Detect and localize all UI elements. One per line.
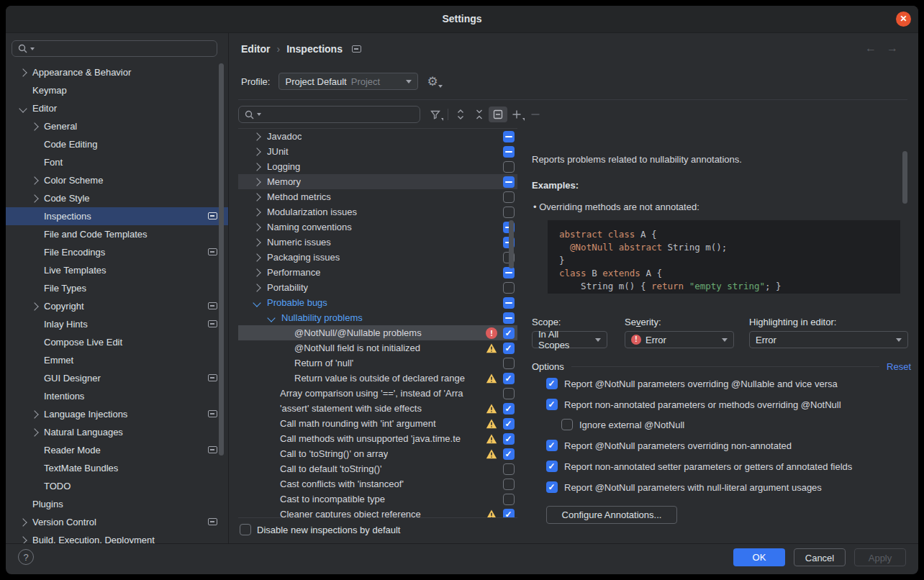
close-icon[interactable]: ✕	[896, 12, 911, 27]
inspection-row[interactable]: JUnit	[238, 144, 517, 159]
sidebar-item-editor[interactable]: Editor	[6, 99, 229, 117]
chevron-right-icon[interactable]	[253, 268, 261, 276]
breadcrumb-parent[interactable]: Editor	[241, 43, 270, 55]
description-scrollbar[interactable]	[902, 151, 907, 204]
reset-link[interactable]: Reset	[887, 361, 911, 372]
inspection-checkbox-on[interactable]	[503, 509, 515, 518]
chevron-down-icon[interactable]	[19, 104, 27, 112]
sidebar-item-code-style[interactable]: Code Style	[6, 189, 229, 207]
inspection-checkbox-on[interactable]	[503, 343, 515, 354]
chevron-right-icon[interactable]	[253, 193, 261, 201]
sidebar-item-natural-languages[interactable]: Natural Languages	[6, 423, 229, 441]
option-checkbox-row[interactable]: Report @NotNull parameters overriding no…	[546, 440, 792, 451]
inspection-row[interactable]: Return value is outside of declared rang…	[238, 371, 517, 386]
add-inspection-icon[interactable]	[507, 107, 526, 122]
checkbox-unchecked[interactable]	[240, 524, 251, 535]
sidebar-item-version-control[interactable]: Version Control	[6, 513, 229, 531]
sidebar-item-live-templates[interactable]: Live Templates	[6, 261, 229, 279]
inspection-checkbox-off[interactable]	[503, 494, 515, 505]
inspection-checkbox-mixed[interactable]	[503, 267, 515, 278]
inspection-row[interactable]: Cleaner captures object reference	[238, 507, 517, 517]
scope-dropdown[interactable]: In All Scopes	[532, 331, 607, 348]
checkbox-checked[interactable]	[546, 461, 558, 472]
sidebar-item-general[interactable]: General	[6, 117, 229, 135]
checkbox-checked[interactable]	[546, 440, 558, 451]
sidebar-item-todo[interactable]: TODO	[6, 477, 229, 495]
inspection-checkbox-off[interactable]	[503, 191, 515, 203]
help-icon[interactable]: ?	[18, 549, 34, 565]
collapse-all-icon[interactable]	[470, 107, 489, 122]
option-checkbox-row[interactable]: Report non-annotated parameters or metho…	[546, 399, 841, 410]
sidebar-item-file-and-code-templates[interactable]: File and Code Templates	[6, 225, 229, 243]
inspection-checkbox-off[interactable]	[503, 388, 515, 399]
inspection-row[interactable]: Memory	[238, 174, 517, 189]
option-checkbox-row[interactable]: Report @NotNull parameters overriding @N…	[546, 378, 838, 389]
sidebar-item-color-scheme[interactable]: Color Scheme	[6, 171, 229, 189]
inspection-row[interactable]: @NotNull field is not initialized	[238, 340, 517, 355]
chevron-right-icon[interactable]	[30, 428, 38, 436]
filter-icon[interactable]	[426, 107, 445, 122]
checkbox-unchecked[interactable]	[561, 419, 573, 430]
inspection-row[interactable]: 'assert' statement with side effects	[238, 401, 517, 416]
inspection-row[interactable]: Javadoc	[238, 129, 517, 144]
inspection-checkbox-mixed[interactable]	[503, 297, 515, 309]
inspection-checkbox-on[interactable]	[503, 403, 515, 414]
sidebar-item-file-encodings[interactable]: File Encodings	[6, 243, 229, 261]
sidebar-item-keymap[interactable]: Keymap	[6, 81, 229, 99]
chevron-right-icon[interactable]	[19, 518, 27, 526]
profile-dropdown[interactable]: Project Default Project	[278, 73, 418, 90]
expand-all-icon[interactable]	[451, 107, 470, 122]
disable-selected-icon[interactable]	[489, 107, 507, 122]
sidebar-item-plugins[interactable]: Plugins	[6, 495, 229, 513]
sidebar-search-input[interactable]	[12, 40, 217, 57]
chevron-right-icon[interactable]	[30, 302, 38, 310]
configure-annotations-button[interactable]: Configure Annotations...	[546, 506, 677, 524]
highlighting-dropdown[interactable]: Error	[749, 331, 908, 348]
inspections-search-input[interactable]	[238, 106, 420, 123]
sidebar-item-code-editing[interactable]: Code Editing	[6, 135, 229, 153]
inspection-row[interactable]: Probable bugs	[238, 295, 517, 310]
option-checkbox-row[interactable]: Report @NotNull parameters with null-lit…	[546, 481, 822, 493]
inspection-row[interactable]: Numeric issues	[238, 235, 517, 250]
chevron-right-icon[interactable]	[253, 163, 261, 171]
sidebar-item-font[interactable]: Font	[6, 153, 229, 171]
chevron-right-icon[interactable]	[253, 238, 261, 246]
inspection-row[interactable]: Portability	[238, 280, 517, 295]
inspection-checkbox-on[interactable]	[503, 433, 515, 445]
sidebar-item-copyright[interactable]: Copyright	[6, 297, 229, 315]
chevron-right-icon[interactable]	[253, 223, 261, 231]
chevron-right-icon[interactable]	[253, 208, 261, 216]
gear-icon[interactable]: ⚙	[427, 76, 438, 88]
checkbox-checked[interactable]	[546, 399, 558, 410]
inspection-row[interactable]: Call methods with unsupported 'java.time…	[238, 431, 517, 446]
chevron-right-icon[interactable]	[253, 284, 261, 291]
chevron-right-icon[interactable]	[253, 132, 261, 140]
inspection-row[interactable]: Naming conventions	[238, 219, 517, 235]
sidebar-item-emmet[interactable]: Emmet	[6, 351, 229, 369]
inspection-row[interactable]: Packaging issues	[238, 250, 517, 265]
chevron-right-icon[interactable]	[30, 410, 38, 418]
inspection-row[interactable]: Array comparison using '==', instead of …	[238, 386, 517, 401]
ok-button[interactable]: OK	[733, 548, 785, 566]
inspection-row[interactable]: Cast conflicts with 'instanceof'	[238, 476, 517, 491]
sidebar-item-textmate-bundles[interactable]: TextMate Bundles	[6, 459, 229, 477]
apply-button[interactable]: Apply	[854, 548, 906, 566]
inspection-checkbox-off[interactable]	[503, 207, 515, 218]
sidebar-item-inspections[interactable]: Inspections	[6, 207, 229, 225]
chevron-right-icon[interactable]	[30, 176, 38, 184]
inspection-checkbox-off[interactable]	[503, 358, 515, 369]
checkbox-checked[interactable]	[546, 378, 558, 389]
search-history-caret-icon[interactable]	[257, 113, 261, 116]
chevron-right-icon[interactable]	[253, 253, 261, 261]
inspection-checkbox-on[interactable]	[503, 448, 515, 460]
inspection-row[interactable]: Return of 'null'	[238, 355, 517, 371]
inspection-row[interactable]: Logging	[238, 159, 517, 174]
search-history-caret-icon[interactable]	[30, 47, 35, 50]
chevron-right-icon[interactable]	[30, 194, 38, 202]
inspection-row[interactable]: Call to 'toString()' on array	[238, 446, 517, 461]
sidebar-item-file-types[interactable]: File Types	[6, 279, 229, 297]
inspection-checkbox-mixed[interactable]	[503, 312, 515, 324]
inspection-row[interactable]: Method metrics	[238, 189, 517, 204]
chevron-right-icon[interactable]	[253, 148, 261, 155]
inspection-checkbox-off[interactable]	[503, 479, 515, 490]
